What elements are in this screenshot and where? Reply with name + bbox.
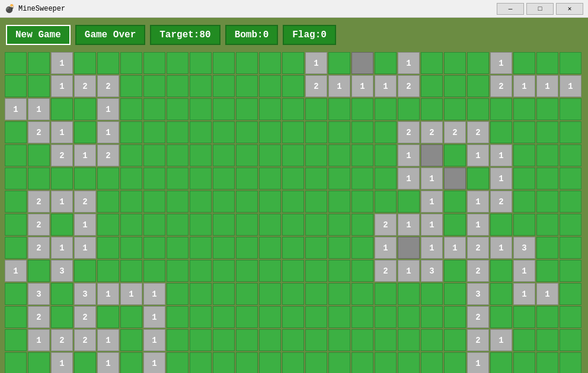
cell[interactable] bbox=[328, 283, 350, 305]
cell[interactable] bbox=[236, 214, 258, 236]
cell[interactable]: 1 bbox=[490, 168, 512, 189]
cell[interactable]: 1 bbox=[513, 75, 535, 97]
cell[interactable] bbox=[305, 98, 327, 120]
cell[interactable] bbox=[536, 306, 558, 328]
cell[interactable] bbox=[167, 191, 188, 213]
cell[interactable] bbox=[213, 352, 235, 373]
cell[interactable] bbox=[282, 168, 304, 189]
cell[interactable] bbox=[421, 352, 443, 373]
cell[interactable] bbox=[51, 283, 73, 305]
cell[interactable] bbox=[328, 52, 350, 74]
cell[interactable] bbox=[143, 98, 165, 120]
cell[interactable] bbox=[236, 191, 258, 213]
cell[interactable] bbox=[536, 98, 558, 120]
cell[interactable] bbox=[120, 144, 142, 166]
cell[interactable] bbox=[513, 214, 535, 236]
cell[interactable] bbox=[375, 168, 397, 189]
cell[interactable] bbox=[421, 75, 443, 97]
cell[interactable]: 1 bbox=[467, 214, 489, 236]
cell[interactable]: 2 bbox=[467, 306, 489, 328]
cell[interactable] bbox=[328, 98, 350, 120]
cell[interactable]: 1 bbox=[421, 237, 443, 259]
cell[interactable] bbox=[5, 237, 27, 259]
cell[interactable] bbox=[259, 237, 281, 259]
cell[interactable] bbox=[143, 260, 165, 282]
cell[interactable] bbox=[5, 75, 27, 97]
cell[interactable] bbox=[167, 98, 188, 120]
cell[interactable] bbox=[167, 121, 188, 143]
cell[interactable] bbox=[560, 52, 581, 74]
cell[interactable] bbox=[143, 121, 165, 143]
cell[interactable] bbox=[560, 306, 581, 328]
cell[interactable] bbox=[560, 352, 581, 373]
cell[interactable] bbox=[513, 352, 535, 373]
cell[interactable] bbox=[236, 52, 258, 74]
cell[interactable] bbox=[328, 191, 350, 213]
cell[interactable] bbox=[421, 329, 443, 351]
cell[interactable]: 1 bbox=[143, 329, 165, 351]
cell[interactable]: 1 bbox=[28, 98, 50, 120]
cell[interactable] bbox=[167, 306, 188, 328]
cell[interactable]: 2 bbox=[74, 329, 96, 351]
cell[interactable] bbox=[513, 121, 535, 143]
cell[interactable] bbox=[444, 144, 466, 166]
cell[interactable] bbox=[490, 283, 512, 305]
cell[interactable] bbox=[190, 283, 212, 305]
cell[interactable] bbox=[190, 121, 212, 143]
cell[interactable] bbox=[167, 168, 188, 189]
cell[interactable] bbox=[143, 75, 165, 97]
cell[interactable] bbox=[282, 260, 304, 282]
cell[interactable] bbox=[328, 237, 350, 259]
cell[interactable] bbox=[5, 283, 27, 305]
cell[interactable]: 1 bbox=[421, 168, 443, 189]
cell[interactable]: 3 bbox=[513, 237, 535, 259]
cell[interactable] bbox=[190, 168, 212, 189]
cell[interactable]: 2 bbox=[51, 329, 73, 351]
cell[interactable]: 2 bbox=[375, 214, 397, 236]
cell[interactable] bbox=[213, 121, 235, 143]
cell[interactable] bbox=[444, 52, 466, 74]
cell[interactable] bbox=[560, 329, 581, 351]
cell[interactable] bbox=[490, 260, 512, 282]
cell[interactable] bbox=[490, 306, 512, 328]
cell[interactable]: 1 bbox=[490, 329, 512, 351]
cell[interactable]: 1 bbox=[421, 191, 443, 213]
cell[interactable] bbox=[467, 75, 489, 97]
cell[interactable] bbox=[236, 98, 258, 120]
cell[interactable] bbox=[28, 260, 50, 282]
cell[interactable] bbox=[167, 75, 188, 97]
cell[interactable]: 2 bbox=[28, 191, 50, 213]
cell[interactable] bbox=[143, 144, 165, 166]
cell[interactable] bbox=[305, 214, 327, 236]
cell[interactable] bbox=[259, 214, 281, 236]
cell[interactable]: 1 bbox=[51, 352, 73, 373]
cell[interactable] bbox=[351, 260, 373, 282]
cell[interactable] bbox=[398, 237, 420, 259]
cell[interactable]: 2 bbox=[74, 306, 96, 328]
cell[interactable] bbox=[236, 329, 258, 351]
cell[interactable] bbox=[351, 237, 373, 259]
cell[interactable] bbox=[120, 98, 142, 120]
cell[interactable] bbox=[51, 98, 73, 120]
cell[interactable] bbox=[375, 144, 397, 166]
cell[interactable] bbox=[536, 260, 558, 282]
cell[interactable] bbox=[167, 352, 188, 373]
cell[interactable]: 3 bbox=[28, 283, 50, 305]
cell[interactable] bbox=[282, 52, 304, 74]
cell[interactable] bbox=[305, 283, 327, 305]
cell[interactable]: 1 bbox=[74, 237, 96, 259]
cell[interactable]: 2 bbox=[28, 121, 50, 143]
cell[interactable] bbox=[97, 168, 119, 189]
cell[interactable] bbox=[536, 168, 558, 189]
cell[interactable] bbox=[259, 52, 281, 74]
cell[interactable] bbox=[444, 352, 466, 373]
cell[interactable] bbox=[97, 260, 119, 282]
cell[interactable] bbox=[213, 144, 235, 166]
cell[interactable] bbox=[236, 260, 258, 282]
cell[interactable] bbox=[328, 214, 350, 236]
cell[interactable]: 1 bbox=[467, 144, 489, 166]
cell[interactable] bbox=[236, 121, 258, 143]
cell[interactable] bbox=[282, 121, 304, 143]
cell[interactable]: 2 bbox=[467, 260, 489, 282]
cell[interactable] bbox=[120, 52, 142, 74]
